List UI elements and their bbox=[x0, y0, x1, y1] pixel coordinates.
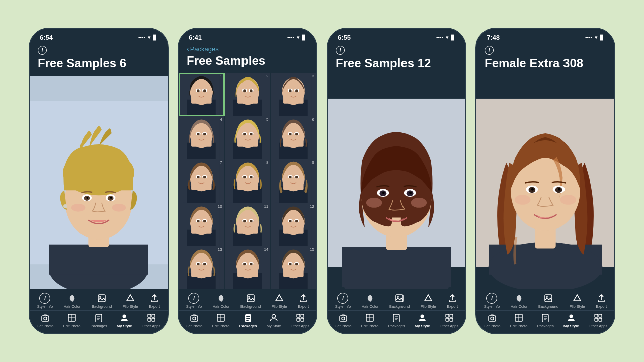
header-2: ‹ Packages Free Samples bbox=[179, 44, 316, 73]
svg-rect-28 bbox=[148, 314, 151, 317]
phone-1: 6:54 •••• ▾ ▊ i Free Samples 6 bbox=[29, 28, 169, 334]
cell-num-9: 9 bbox=[312, 160, 314, 165]
svg-point-178 bbox=[382, 192, 385, 194]
svg-point-78 bbox=[289, 133, 292, 135]
other-apps-btn-4[interactable]: Other Apps bbox=[589, 312, 608, 328]
background-btn-3[interactable]: Background bbox=[389, 293, 410, 309]
svg-point-153 bbox=[248, 296, 250, 298]
svg-point-118 bbox=[243, 220, 246, 222]
export-btn-1[interactable]: Export bbox=[149, 293, 160, 309]
svg-rect-196 bbox=[450, 314, 453, 317]
other-apps-btn-3[interactable]: Other Apps bbox=[440, 312, 459, 328]
svg-rect-171 bbox=[342, 247, 451, 287]
svg-point-216 bbox=[491, 317, 494, 320]
style-info-btn-4[interactable]: i Style Info bbox=[484, 293, 500, 309]
wifi-icon-2: ▾ bbox=[297, 34, 300, 41]
back-link-2[interactable]: ‹ Packages bbox=[187, 45, 308, 53]
svg-point-14 bbox=[112, 204, 126, 212]
hair-color-btn-3[interactable]: Hair Color bbox=[362, 293, 379, 309]
get-photo-btn-3[interactable]: Get Photo bbox=[335, 312, 352, 328]
my-style-btn-3[interactable]: My Style bbox=[415, 312, 430, 328]
svg-point-79 bbox=[295, 133, 298, 135]
grid-cell-5[interactable]: 5 bbox=[225, 116, 271, 159]
svg-point-86 bbox=[197, 176, 200, 179]
hair-color-label-2: Hair Color bbox=[213, 304, 230, 309]
style-info-btn-2[interactable]: i Style Info bbox=[186, 293, 202, 309]
info-icon-4[interactable]: i bbox=[485, 46, 494, 55]
style-info-btn-1[interactable]: i Style Info bbox=[37, 293, 53, 309]
grid-cell-10[interactable]: 10 bbox=[179, 203, 224, 246]
style-info-btn-3[interactable]: i Style Info bbox=[335, 293, 351, 309]
svg-rect-197 bbox=[446, 318, 449, 321]
other-apps-btn-1[interactable]: Other Apps bbox=[142, 312, 161, 328]
background-btn-4[interactable]: Background bbox=[538, 293, 558, 309]
svg-point-209 bbox=[558, 188, 560, 191]
packages-btn-3[interactable]: Packages bbox=[388, 312, 405, 328]
grid-cell-8[interactable]: 8 bbox=[225, 159, 271, 202]
page-title-3: Free Samples 12 bbox=[336, 56, 457, 70]
get-photo-btn-2[interactable]: Get Photo bbox=[186, 312, 203, 328]
hair-color-label-3: Hair Color bbox=[362, 304, 379, 309]
hair-color-icon-3 bbox=[365, 293, 376, 304]
packages-btn-1[interactable]: Packages bbox=[91, 312, 107, 328]
style-info-icon-3: i bbox=[337, 293, 348, 304]
background-btn-1[interactable]: Background bbox=[92, 293, 112, 309]
other-apps-btn-2[interactable]: Other Apps bbox=[291, 312, 310, 328]
my-style-btn-1[interactable]: My Style bbox=[117, 312, 132, 328]
grid-cell-7[interactable]: 7 bbox=[179, 159, 224, 202]
grid-cell-3[interactable]: 3 bbox=[271, 73, 316, 116]
svg-point-70 bbox=[243, 133, 246, 135]
export-btn-4[interactable]: Export bbox=[596, 293, 607, 309]
edit-photo-btn-3[interactable]: Edit Photo bbox=[361, 312, 379, 328]
hair-color-btn-2[interactable]: Hair Color bbox=[213, 293, 230, 309]
edit-photo-icon-3 bbox=[364, 312, 375, 323]
edit-photo-btn-2[interactable]: Edit Photo bbox=[212, 312, 230, 328]
grid-cell-15[interactable]: 15 bbox=[271, 246, 316, 289]
get-photo-btn-1[interactable]: Get Photo bbox=[37, 312, 54, 328]
grid-cell-2[interactable]: 2 bbox=[225, 73, 271, 116]
export-btn-3[interactable]: Export bbox=[447, 293, 458, 309]
svg-point-51 bbox=[282, 78, 305, 105]
info-icon-3[interactable]: i bbox=[336, 46, 345, 55]
cell-num-1: 1 bbox=[220, 74, 222, 78]
grid-cell-14[interactable]: 14 bbox=[225, 246, 271, 289]
grid-cell-12[interactable]: 12 bbox=[271, 203, 316, 246]
packages-btn-2[interactable]: Packages bbox=[239, 312, 257, 328]
svg-point-142 bbox=[243, 263, 246, 265]
grid-cell-11[interactable]: 11 bbox=[225, 203, 271, 246]
status-bar-3: 6:55 •••• ▾ ▊ bbox=[328, 29, 465, 44]
svg-point-13 bbox=[71, 204, 86, 212]
flip-style-btn-4[interactable]: Flip Style bbox=[570, 293, 585, 309]
packages-btn-4[interactable]: Packages bbox=[537, 312, 554, 328]
hair-color-btn-4[interactable]: Hair Color bbox=[511, 293, 528, 309]
grid-cell-6[interactable]: 6 bbox=[271, 116, 316, 159]
edit-photo-btn-4[interactable]: Edit Photo bbox=[510, 312, 528, 328]
svg-point-19 bbox=[44, 317, 47, 320]
get-photo-btn-4[interactable]: Get Photo bbox=[484, 312, 501, 328]
svg-point-150 bbox=[289, 263, 292, 265]
header-3: i Free Samples 12 bbox=[328, 44, 465, 76]
svg-marker-214 bbox=[574, 295, 581, 301]
my-style-btn-4[interactable]: My Style bbox=[564, 312, 579, 328]
grid-cell-4[interactable]: 4 bbox=[179, 116, 224, 159]
grid-cell-1[interactable]: 1 bbox=[179, 73, 224, 116]
svg-point-16 bbox=[99, 296, 101, 298]
svg-rect-155 bbox=[191, 316, 198, 321]
export-btn-2[interactable]: Export bbox=[298, 293, 309, 309]
svg-point-194 bbox=[421, 315, 424, 318]
hair-color-btn-1[interactable]: Hair Color bbox=[64, 293, 81, 309]
grid-cell-13[interactable]: 13 bbox=[179, 246, 224, 289]
edit-photo-btn-1[interactable]: Edit Photo bbox=[63, 312, 81, 328]
background-btn-2[interactable]: Background bbox=[240, 293, 261, 309]
flip-style-btn-1[interactable]: Flip Style bbox=[123, 293, 138, 309]
flip-style-btn-3[interactable]: Flip Style bbox=[421, 293, 436, 309]
background-label-3: Background bbox=[389, 304, 410, 309]
flip-style-btn-2[interactable]: Flip Style bbox=[272, 293, 287, 309]
toolbar-3: i Style Info Hair Color Background bbox=[328, 289, 465, 333]
svg-point-180 bbox=[366, 198, 382, 208]
svg-marker-17 bbox=[127, 295, 134, 301]
my-style-btn-2[interactable]: My Style bbox=[267, 312, 281, 328]
grid-cell-9[interactable]: 9 bbox=[271, 159, 316, 202]
my-style-icon-3 bbox=[417, 312, 428, 323]
info-icon-1[interactable]: i bbox=[38, 46, 47, 55]
